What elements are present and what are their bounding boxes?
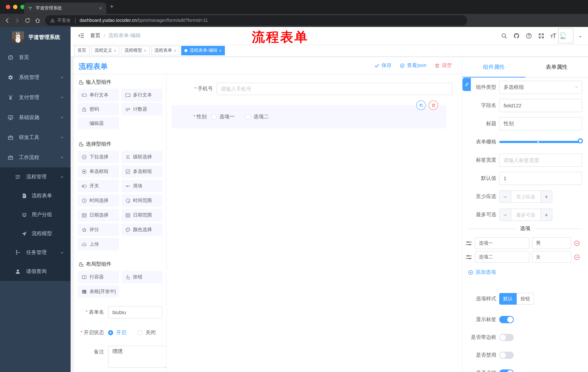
option1-value-input[interactable] bbox=[532, 237, 571, 249]
remove-option-icon[interactable] bbox=[574, 254, 580, 260]
palette-item-checkbox-group[interactable]: 多选框组 bbox=[121, 165, 162, 178]
minimize-window-button[interactable] bbox=[13, 5, 18, 9]
sidebar-item-payment[interactable]: 支付管理 bbox=[0, 87, 71, 107]
canvas-phone-field[interactable]: *手机号 bbox=[167, 83, 462, 95]
palette-item-table[interactable]: 表格[开发中] bbox=[78, 285, 119, 298]
tab-component-props[interactable]: 组件属性 bbox=[462, 57, 525, 77]
option2-value-input[interactable] bbox=[532, 251, 571, 263]
show-label-toggle[interactable] bbox=[499, 316, 514, 323]
form-remark-textarea[interactable]: 嘿嘿 bbox=[108, 346, 167, 368]
gender-option2-checkbox[interactable] bbox=[246, 114, 251, 119]
sidebar-item-process-form[interactable]: 流程表单 bbox=[0, 186, 71, 205]
close-window-button[interactable] bbox=[6, 5, 10, 9]
status-on-label[interactable]: 开启 bbox=[116, 329, 126, 336]
palette-item-date-picker[interactable]: 日期选择 bbox=[78, 209, 119, 221]
palette-item-time-picker[interactable]: 时间选择 bbox=[78, 194, 119, 207]
sidebar-item-workflow[interactable]: 工作流程 bbox=[0, 148, 71, 167]
status-off-label[interactable]: 关闭 bbox=[146, 329, 156, 336]
drag-handle-icon[interactable] bbox=[465, 240, 472, 247]
duplicate-field-button[interactable] bbox=[416, 100, 426, 110]
delete-field-button[interactable] bbox=[429, 100, 438, 110]
drag-handle-icon[interactable] bbox=[465, 254, 472, 260]
resize-handle-icon[interactable] bbox=[163, 365, 166, 368]
form-name-input[interactable] bbox=[108, 306, 162, 319]
search-icon[interactable] bbox=[501, 33, 507, 39]
tab-form-props[interactable]: 表单属性 bbox=[525, 57, 588, 77]
title-input[interactable] bbox=[499, 117, 582, 130]
help-icon[interactable] bbox=[526, 33, 532, 39]
github-icon[interactable] bbox=[514, 33, 520, 39]
tag-process-model[interactable]: 流程模型 × bbox=[121, 46, 149, 55]
gender-option1-checkbox[interactable] bbox=[211, 114, 217, 119]
palette-item-multi-text[interactable]: 多行文本 bbox=[121, 89, 162, 101]
palette-item-editor[interactable]: 编辑器 bbox=[78, 117, 119, 130]
tag-home[interactable]: 首页 bbox=[74, 46, 90, 55]
palette-item-rate[interactable]: 评分 bbox=[78, 223, 119, 236]
disabled-toggle[interactable] bbox=[499, 352, 514, 359]
browser-tab[interactable]: 芋道管理系统 × bbox=[24, 2, 106, 14]
link-drawer-toggle[interactable] bbox=[462, 78, 471, 91]
palette-item-password[interactable]: 密码 bbox=[78, 103, 119, 115]
field-name-input[interactable] bbox=[499, 99, 582, 112]
palette-item-single-text[interactable]: 单行文本 bbox=[78, 89, 119, 101]
required-toggle[interactable] bbox=[499, 370, 514, 372]
sidebar-item-infra[interactable]: 基础设施 bbox=[0, 107, 71, 128]
grid-slider[interactable] bbox=[499, 135, 582, 149]
palette-item-radio-group[interactable]: 单选框组 bbox=[78, 165, 119, 178]
new-tab-button[interactable]: + bbox=[110, 3, 114, 11]
tag-close-icon[interactable]: × bbox=[144, 48, 146, 53]
back-icon[interactable] bbox=[4, 17, 10, 23]
sidebar-fold-icon[interactable] bbox=[78, 32, 84, 39]
phone-input[interactable] bbox=[217, 83, 452, 95]
avatar[interactable] bbox=[558, 28, 573, 43]
palette-item-color-picker[interactable]: 颜色选择 bbox=[121, 223, 162, 236]
window-controls[interactable] bbox=[6, 5, 25, 9]
breadcrumb-home[interactable]: 首页 bbox=[90, 32, 100, 39]
style-default-button[interactable]: 默认 bbox=[499, 293, 517, 305]
stepper-minus-button[interactable]: − bbox=[500, 191, 511, 202]
palette-item-button[interactable]: 按钮 bbox=[121, 271, 162, 283]
palette-item-select[interactable]: 下拉选择 bbox=[78, 151, 119, 163]
tag-process-definition[interactable]: 流程定义 × bbox=[91, 46, 119, 55]
sidebar-item-process-model[interactable]: 流程模型 bbox=[0, 224, 71, 243]
tab-close-icon[interactable]: × bbox=[98, 5, 103, 11]
palette-item-time-range[interactable]: 时间范围 bbox=[121, 194, 162, 207]
status-off-radio[interactable] bbox=[137, 330, 143, 335]
status-on-radio[interactable] bbox=[108, 330, 113, 335]
home-icon[interactable] bbox=[35, 17, 41, 23]
sidebar-item-leave-query[interactable]: 请假查询 bbox=[0, 262, 71, 281]
sidebar-item-system[interactable]: 系统管理 bbox=[0, 67, 71, 87]
gender-option1-label[interactable]: 选项一 bbox=[220, 114, 235, 120]
palette-item-switch[interactable]: 开关 bbox=[78, 180, 119, 192]
palette-item-counter[interactable]: 123 计数器 bbox=[121, 103, 162, 115]
tag-close-icon[interactable]: × bbox=[219, 48, 221, 53]
stepper-plus-button[interactable]: + bbox=[540, 191, 552, 202]
sidebar-item-user-group[interactable]: 用户分组 bbox=[0, 205, 71, 224]
url-field[interactable]: 不安全 | dashboard.yudao.iocoder.cn/bpm/man… bbox=[45, 15, 467, 25]
view-json-button[interactable]: 查看json bbox=[400, 62, 426, 69]
sidebar-item-devtools[interactable]: 研发工具 bbox=[0, 128, 71, 148]
max-select-input[interactable] bbox=[511, 209, 540, 221]
font-size-icon[interactable] bbox=[550, 33, 556, 39]
palette-item-upload[interactable]: 上传 bbox=[78, 238, 119, 250]
add-option-button[interactable]: 添加选项 bbox=[468, 269, 588, 276]
stepper-plus-button[interactable]: + bbox=[540, 209, 552, 221]
tag-close-icon[interactable]: × bbox=[174, 48, 176, 53]
slider-track[interactable] bbox=[499, 141, 582, 143]
save-button[interactable]: 保存 bbox=[374, 62, 392, 69]
forward-icon[interactable] bbox=[14, 17, 20, 23]
slider-handle[interactable] bbox=[578, 138, 583, 143]
sidebar-item-task-mgmt[interactable]: 任务管理 bbox=[0, 243, 71, 262]
palette-item-row-container[interactable]: 行容器 bbox=[78, 271, 119, 283]
tag-process-form-edit[interactable]: 流程表单-编辑 × bbox=[181, 46, 225, 55]
default-value-input[interactable] bbox=[499, 172, 582, 185]
gender-option2-label[interactable]: 选项二 bbox=[254, 114, 269, 120]
min-select-input[interactable] bbox=[511, 191, 540, 202]
clear-button[interactable]: 清空 bbox=[434, 62, 452, 69]
palette-item-cascader[interactable]: 级联选择 bbox=[121, 151, 162, 163]
with-border-toggle[interactable] bbox=[499, 334, 514, 341]
style-button-button[interactable]: 按钮 bbox=[517, 293, 534, 305]
component-type-select[interactable]: 多选框组 bbox=[499, 81, 582, 94]
option1-label-input[interactable] bbox=[475, 237, 529, 249]
palette-item-date-range[interactable]: 日期范围 bbox=[121, 209, 162, 221]
